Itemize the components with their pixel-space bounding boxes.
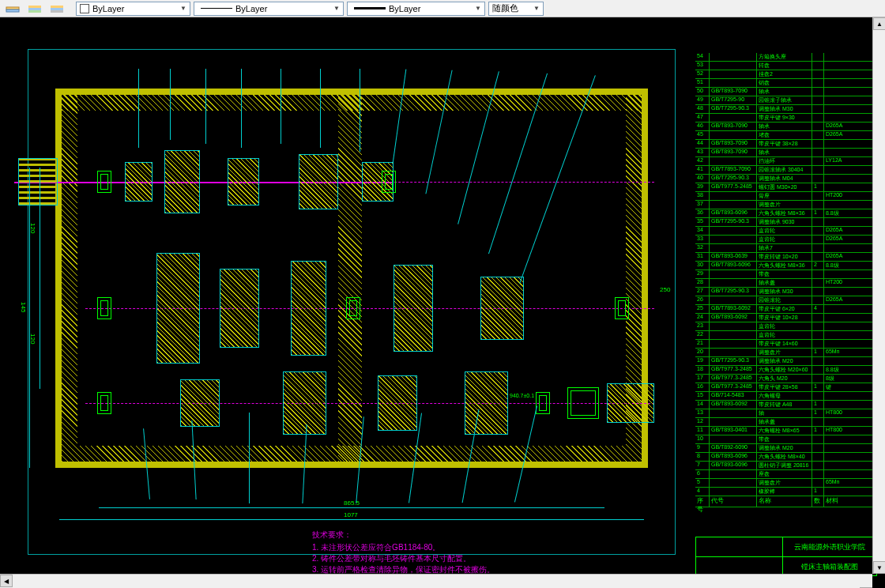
leader-3 [205,69,206,144]
parts-row: 23直齿轮 [695,322,877,331]
leader-1 [138,69,139,148]
gear-1c [228,158,259,205]
parts-row: 49GB/T7295-90园锥滚子轴承 [695,96,877,105]
gear-3c [378,375,417,431]
parts-row: 18GB/T977.3-2485六角头螺栓 M20×608.8级 [695,366,877,375]
layer-icon-1[interactable] [3,2,22,16]
parts-row: 52挂盘2 [695,70,877,79]
parts-table: 54方箱换头座53转盘52挂盘251销盘50GB/T893-7090轴承49GB… [695,53,877,507]
output-cone [607,383,654,423]
parts-row: 41GB/T7893-7090园锥滚轴承 30404 [695,166,877,175]
gear-3b [283,371,326,435]
gear-2e [480,277,524,340]
pulley [18,158,58,205]
drawing-canvas[interactable]: 1077 865.5 120 120 145 250 940.7±0.1 技术要… [0,17,885,588]
bearing-2m [346,297,360,319]
parts-row: 27GB/T7295-90.3调整轴承 M30 [695,288,877,296]
gear-2c [291,261,326,356]
parts-row: 13轴1HT800 [695,409,877,418]
parts-row: 14GB/T893-6092带皮转键 A481 [695,401,877,409]
parts-row: 15GB/714-5483六角螺母 [695,392,877,401]
lineweight-select[interactable]: ByLayer [347,2,485,16]
parts-header-row: 序号代号名称数材料 [695,496,877,507]
parts-row: 36GB/T893-6096六角头螺栓 M8×3618.8级 [695,209,877,218]
toolbar: ByLayer ByLayer ByLayer 随颜色 [0,0,885,17]
parts-row: 54方箱换头座 [695,53,877,62]
dim-v1-text: 120 [29,223,36,233]
bearing-1l [97,171,111,193]
parts-row: 22直齿轮 [695,331,877,340]
bearing-3r2 [567,387,599,419]
parts-row: 17GB/T977.3-2485六角头 M208级 [695,375,877,383]
title-school-cell [696,537,783,556]
dim-outer [59,519,644,520]
notes-title: 技术要求： [312,530,495,541]
dim-span-text: 940.7±0.1 [510,393,534,398]
leader-b3 [249,413,250,503]
layer-icon-3[interactable] [47,2,66,16]
svg-rect-7 [51,10,63,13]
parts-row: 47带皮平键 9×30 [695,114,877,122]
parts-row: 8GB/T893-6096六角头螺栓 M8×40 [695,453,877,462]
parts-row: 39GB/T977.5-2485螺钉圆 M30×201 [695,183,877,192]
gear-3d [465,371,508,435]
parts-row: 51销盘 [695,79,877,88]
parts-row: 19GB/T7295-90.3调整轴承 M20 [695,357,877,366]
gear-1a [125,162,153,202]
note-line-2: 2. 铸件公差带对称与毛坯铸件基本尺寸配置。 [312,553,495,564]
leader-6 [320,69,321,148]
parts-row: 11GB/T893-0401六角螺栓 M8×651HT800 [695,427,877,435]
dim-v3 [29,168,30,468]
linetype-select[interactable]: ByLayer [194,2,344,16]
parts-row: 29带盘 [695,270,877,279]
color-select[interactable]: ByLayer [76,2,190,16]
parts-row: 50GB/T893-7090轴承 [695,88,877,96]
title-block: 云南能源外语职业学院 镗床主轴箱装配图 [695,537,877,576]
parts-row: 35GB/T7295-90.3调整轴承 9030 [695,218,877,227]
parts-row: 38骨座HT200 [695,192,877,201]
parts-row: 53转盘 [695,62,877,70]
parts-row: 6座盘 [695,470,877,479]
svg-rect-3 [28,8,41,10]
parts-row: 28轴承盖HT200 [695,279,877,288]
gear-1b [164,150,200,213]
dim-outer-text: 1077 [344,511,358,518]
gear-1d [299,154,338,209]
parts-row: 7GB/T893-6096圆柱销子调整 20816 [695,462,877,470]
parts-row: 31GB/T893-0639带皮转键 10×20D265A [695,253,877,262]
title-school: 云南能源外语职业学院 [783,537,876,556]
parts-row: 9GB/T892-6090调整轴承 M20 [695,444,877,453]
horizontal-scrollbar[interactable]: ◀ ▶ [0,574,872,588]
gear-2d [394,265,433,352]
parts-row: 34直齿轮D265A [695,227,877,236]
parts-row: 33直齿轮D265A [695,236,877,244]
leader-2 [170,69,171,140]
parts-row: 25GB/T7893-6092带皮平键 6×204 [695,305,877,314]
scroll-left-button[interactable]: ◀ [0,575,13,587]
dim-v3-text: 145 [20,302,27,312]
leader-4 [241,69,242,148]
scroll-down-button[interactable]: ▼ [873,561,885,574]
gear-2a [156,253,200,364]
bearing-3l [97,392,111,414]
vertical-scrollbar[interactable]: ▲ ▼ [872,17,885,574]
dim-v2 [40,294,40,389]
parts-row: 43GB/T893-7090轴承 [695,149,877,157]
leader-7 [360,69,360,152]
svg-rect-5 [51,6,63,8]
bearing-3r1 [536,392,550,414]
layer-icon-2[interactable] [25,2,44,16]
dim-v1 [40,168,40,294]
dim-v2-text: 120 [29,334,36,344]
dim-inner-text: 865.5 [344,499,360,507]
svg-rect-6 [51,8,63,10]
scroll-up-button[interactable]: ▲ [873,17,885,30]
parts-row: 37调整盘片 [695,201,877,209]
bearing-1r [382,171,396,193]
svg-rect-2 [28,6,41,8]
parts-row: 10带盘 [695,435,877,444]
extra-select[interactable]: 随颜色 [488,2,544,16]
parts-row: 4橡胶棒1 [695,488,877,496]
note-line-1: 1. 未注形状公差应符合GB1184-80。 [312,542,495,553]
parts-row: 24GB/T893-6092带皮平键 10×28 [695,314,877,322]
